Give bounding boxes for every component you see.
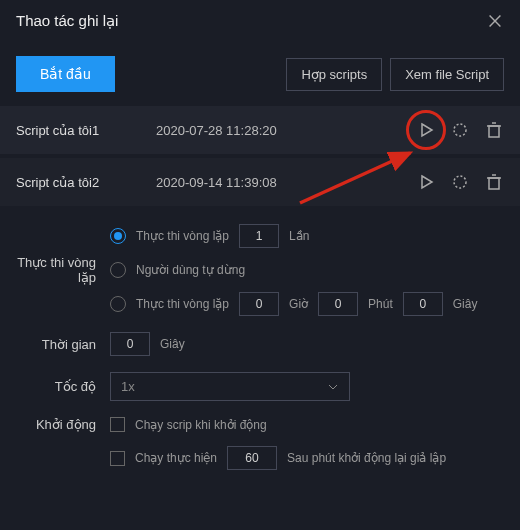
settings-icon[interactable] (450, 172, 470, 192)
speed-label: Tốc độ (0, 379, 110, 394)
window-title: Thao tác ghi lại (16, 12, 118, 30)
loop-label: Thực thi vòng lặp (0, 255, 110, 285)
svg-point-8 (454, 176, 466, 188)
loop-manual-text: Người dùng tự dừng (136, 263, 245, 277)
loop-seconds-input[interactable] (403, 292, 443, 316)
svg-marker-2 (422, 124, 432, 136)
play-icon[interactable] (416, 120, 436, 140)
script-row[interactable]: Script của tôi1 2020-07-28 11:28:20 (0, 106, 520, 154)
startup-delay-input[interactable] (227, 446, 277, 470)
startup-run-checkbox[interactable] (110, 417, 125, 432)
time-unit: Giây (160, 337, 185, 351)
delete-icon[interactable] (484, 120, 504, 140)
startup-label: Khởi động (0, 417, 110, 432)
speed-select[interactable]: 1x (110, 372, 350, 401)
startup-delay-checkbox[interactable] (110, 451, 125, 466)
minutes-label: Phút (368, 297, 393, 311)
script-name: Script của tôi2 (16, 175, 156, 190)
loop-duration-text: Thực thi vòng lặp (136, 297, 229, 311)
loop-count-text: Thực thi vòng lặp (136, 229, 229, 243)
play-icon[interactable] (416, 172, 436, 192)
start-button[interactable]: Bắt đầu (16, 56, 115, 92)
svg-point-3 (454, 124, 466, 136)
view-script-button[interactable]: Xem file Script (390, 58, 504, 91)
script-timestamp: 2020-07-28 11:28:20 (156, 123, 416, 138)
startup-delay-suffix: Sau phút khởi động lại giả lập (287, 451, 446, 465)
loop-count-input[interactable] (239, 224, 279, 248)
script-name: Script của tôi1 (16, 123, 156, 138)
loop-count-unit: Lần (289, 229, 309, 243)
loop-hours-input[interactable] (239, 292, 279, 316)
loop-radio-count[interactable] (110, 228, 126, 244)
loop-minutes-input[interactable] (318, 292, 358, 316)
delete-icon[interactable] (484, 172, 504, 192)
startup-run-text: Chạy scrip khi khởi động (135, 418, 267, 432)
svg-rect-4 (489, 126, 499, 137)
time-label: Thời gian (0, 337, 110, 352)
hours-label: Giờ (289, 297, 308, 311)
loop-radio-duration[interactable] (110, 296, 126, 312)
chevron-down-icon (327, 381, 339, 393)
svg-rect-9 (489, 178, 499, 189)
loop-radio-manual[interactable] (110, 262, 126, 278)
script-row[interactable]: Script của tôi2 2020-09-14 11:39:08 (0, 158, 520, 206)
script-timestamp: 2020-09-14 11:39:08 (156, 175, 416, 190)
startup-delay-text: Chạy thực hiện (135, 451, 217, 465)
settings-icon[interactable] (450, 120, 470, 140)
svg-marker-7 (422, 176, 432, 188)
merge-scripts-button[interactable]: Hợp scripts (286, 58, 382, 91)
time-input[interactable] (110, 332, 150, 356)
speed-value: 1x (121, 379, 135, 394)
seconds-label: Giây (453, 297, 478, 311)
close-icon[interactable] (486, 12, 504, 30)
